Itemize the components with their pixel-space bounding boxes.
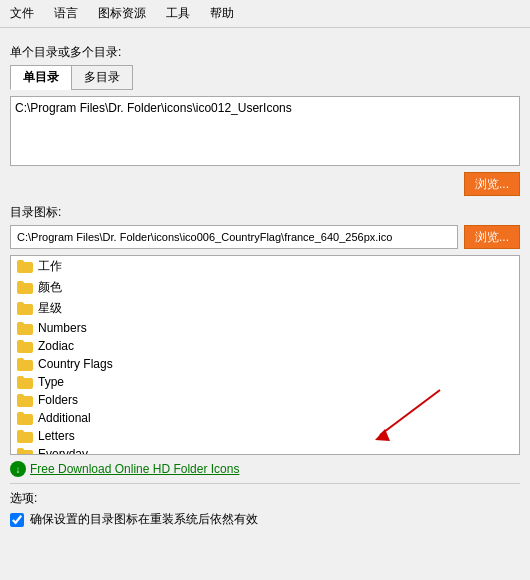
- download-link-text: Free Download Online HD Folder Icons: [30, 462, 239, 476]
- folder-icon: [17, 448, 33, 455]
- option-checkbox-0[interactable]: [10, 513, 24, 527]
- folder-icon: [17, 430, 33, 443]
- list-item[interactable]: Type: [11, 373, 519, 391]
- folder-list-container: 工作颜色星级NumbersZodiacCountry FlagsTypeFold…: [10, 255, 520, 455]
- folder-list[interactable]: 工作颜色星级NumbersZodiacCountry FlagsTypeFold…: [11, 256, 519, 454]
- list-item[interactable]: Additional: [11, 409, 519, 427]
- dir-textarea[interactable]: [10, 96, 520, 166]
- list-item-label: Type: [38, 375, 64, 389]
- list-item-label: Folders: [38, 393, 78, 407]
- folder-icon: [17, 376, 33, 389]
- folder-icon: [17, 394, 33, 407]
- option-label-0: 确保设置的目录图标在重装系统后依然有效: [30, 511, 258, 528]
- divider: [10, 483, 520, 484]
- list-item[interactable]: Numbers: [11, 319, 519, 337]
- list-item-label: Zodiac: [38, 339, 74, 353]
- menubar-item[interactable]: 帮助: [206, 3, 238, 24]
- list-item-label: 星级: [38, 300, 62, 317]
- folder-icon: [17, 281, 33, 294]
- folder-icon: [17, 412, 33, 425]
- folder-icon: [17, 260, 33, 273]
- icon-path-input[interactable]: [10, 225, 458, 249]
- tab-multi-dir[interactable]: 多目录: [71, 65, 133, 90]
- dir-browse-button[interactable]: 浏览...: [464, 172, 520, 196]
- list-item[interactable]: 工作: [11, 256, 519, 277]
- list-item[interactable]: Country Flags: [11, 355, 519, 373]
- menubar-item[interactable]: 图标资源: [94, 3, 150, 24]
- list-item-label: Country Flags: [38, 357, 113, 371]
- list-item-label: 工作: [38, 258, 62, 275]
- menubar-item[interactable]: 工具: [162, 3, 194, 24]
- list-item[interactable]: Zodiac: [11, 337, 519, 355]
- menubar-item[interactable]: 文件: [6, 3, 38, 24]
- download-link[interactable]: ↓ Free Download Online HD Folder Icons: [10, 461, 520, 477]
- list-item[interactable]: Folders: [11, 391, 519, 409]
- folder-icon: [17, 302, 33, 315]
- list-item-label: Additional: [38, 411, 91, 425]
- tab-single-dir[interactable]: 单目录: [10, 65, 71, 90]
- list-item[interactable]: 颜色: [11, 277, 519, 298]
- list-item-label: Everyday: [38, 447, 88, 454]
- list-item[interactable]: Letters: [11, 427, 519, 445]
- list-item-label: 颜色: [38, 279, 62, 296]
- folder-icon: [17, 322, 33, 335]
- tab-row: 单目录 多目录: [10, 65, 520, 90]
- download-icon: ↓: [10, 461, 26, 477]
- list-item-label: Numbers: [38, 321, 87, 335]
- menubar-item[interactable]: 语言: [50, 3, 82, 24]
- list-item[interactable]: Everyday: [11, 445, 519, 454]
- list-item-label: Letters: [38, 429, 75, 443]
- options-label: 选项:: [10, 490, 520, 507]
- folder-icon: [17, 340, 33, 353]
- menubar: 文件语言图标资源工具帮助: [0, 0, 530, 28]
- dir-section-label: 单个目录或多个目录:: [10, 44, 520, 61]
- folder-icon: [17, 358, 33, 371]
- option-row-0: 确保设置的目录图标在重装系统后依然有效: [10, 511, 520, 528]
- icon-browse-button[interactable]: 浏览...: [464, 225, 520, 249]
- icon-section-label: 目录图标:: [10, 204, 520, 221]
- list-item[interactable]: 星级: [11, 298, 519, 319]
